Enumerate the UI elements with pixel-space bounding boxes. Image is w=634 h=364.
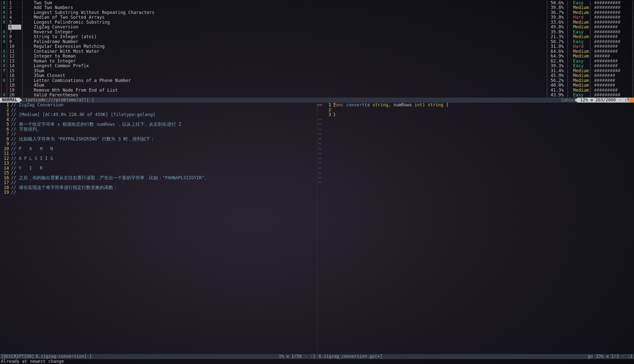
statusline-bottom: [DESCRIPTION] 6.zigzag-conversion[-] 1% … — [0, 354, 634, 359]
acceptance-rate: 35.0% — [548, 30, 566, 34]
problem-title: Palindrome Number — [24, 39, 546, 44]
acceptance-rate: 39.8% — [548, 5, 566, 10]
frequency-bar: ######### — [591, 44, 631, 49]
frequency-bar: ########## — [591, 68, 631, 74]
problem-row[interactable]: |X| 14| Longest Common Prefix|39.3% | Ea… — [0, 64, 634, 69]
description-line: 3// [Medium] [AC:49.8% 228.4K of 459K] [… — [0, 112, 317, 117]
problem-row[interactable]: |X| 9| Palindrome Number|58.7% | Easy | … — [0, 39, 634, 44]
problem-row[interactable]: |?| 15| 3Sum|31.4% | Medium | ##########… — [0, 68, 634, 74]
problem-number: 8 — [8, 34, 21, 39]
problem-number: 14 — [8, 64, 21, 68]
frequency-bar: ######### — [591, 64, 631, 68]
problem-title: 3Sum Closest — [24, 73, 546, 78]
acceptance-rate: 36.7% — [548, 10, 566, 15]
problem-title: Reverse Integer — [24, 30, 546, 34]
empty-line-tilde: ~ — [317, 156, 634, 161]
frequency-bar: ######## — [591, 73, 631, 78]
frequency-bar: ######## — [591, 83, 631, 88]
empty-line-tilde: ~ — [317, 137, 634, 142]
difficulty: Medium — [569, 83, 589, 88]
problem-row[interactable]: |X| 7| Reverse Integer|35.0% | Easy | ##… — [0, 30, 634, 34]
status-mark: X — [3, 5, 6, 10]
problem-row[interactable]: | | 10| Regular Expression Matching|31.0… — [0, 44, 634, 49]
code-line[interactable]: >>1func convert(s string, numRows int) s… — [317, 102, 634, 108]
problem-row[interactable]: |X| 13| Roman to Integer|62.4% | Easy | … — [0, 59, 634, 64]
frequency-bar: ########## — [591, 5, 631, 10]
problem-row[interactable]: |X| 4| Median of Two Sorted Arrays|39.8%… — [0, 15, 634, 20]
buffer-name: leetcode:///problems/all[-] — [19, 98, 94, 102]
frequency-bar: ########## — [591, 15, 631, 20]
description-pane[interactable]: 1// ZigZag Conversion2//3// [Medium] [AC… — [0, 102, 317, 354]
status-mark — [3, 73, 6, 78]
command-line[interactable]: Already at newest change — [0, 359, 634, 364]
problem-title: Letter Combinations of a Phone Number — [24, 78, 546, 83]
problem-title: Valid Parentheses — [24, 92, 546, 98]
description-line: 6// 字形排列。 — [0, 127, 317, 132]
difficulty: Hard — [569, 44, 589, 49]
problem-row[interactable]: |X| 5| Longest Palindromic Substring|33.… — [0, 20, 634, 25]
code-line[interactable]: 3} — [317, 112, 634, 117]
acceptance-rate: 50.6% — [548, 0, 566, 6]
description-line: 1// ZigZag Conversion — [0, 102, 317, 108]
acceptance-rate: 39.3% — [548, 64, 566, 68]
problem-row[interactable]: |X| 3| Longest Substring Without Repeati… — [0, 10, 634, 15]
problem-list[interactable]: |X| 1| Two Sum|50.6% | Easy | ##########… — [0, 0, 634, 98]
description-line: 5// 将一个给定字符串 s 根据给定的行数 numRows ，以从上往下、从左… — [0, 122, 317, 127]
status-mark — [3, 44, 6, 49]
difficulty: Medium — [569, 78, 589, 83]
problem-title: Roman to Integer — [24, 59, 546, 64]
acceptance-rate: 31.0% — [548, 44, 566, 49]
empty-line-tilde: ~ — [317, 180, 634, 185]
pane-position: 1% ≡ 1/58 ␊ :1 — [279, 354, 317, 359]
pane-file: 6.zigzag-conversion[-] — [34, 354, 92, 359]
problem-row[interactable]: | | 6| ZigZag Conversion|49.8% | Medium … — [0, 25, 634, 30]
empty-line-tilde: ~ — [317, 166, 634, 171]
acceptance-rate: 40.0% — [548, 83, 566, 88]
pane-filetype: go — [588, 354, 596, 359]
frequency-bar: ########## — [591, 39, 631, 44]
difficulty: Medium — [569, 54, 589, 59]
difficulty: Medium — [569, 68, 589, 74]
acceptance-rate: 41.3% — [548, 88, 566, 93]
description-line: 12// A P L S I I G — [0, 156, 317, 161]
problem-title: ZigZag Conversion — [24, 25, 546, 30]
mode-indicator: NORMAL — [0, 98, 19, 102]
status-mark: X — [3, 20, 6, 25]
empty-line-tilde: ~ — [317, 176, 634, 180]
problem-row[interactable]: | | 18| 4Sum|40.0% | Medium | ######## | — [0, 83, 634, 88]
description-line: 7// — [0, 132, 317, 137]
difficulty: Medium — [569, 88, 589, 93]
frequency-bar: ########## — [591, 20, 631, 25]
status-mark: X — [3, 78, 6, 83]
problem-title: Two Sum — [24, 0, 546, 6]
frequency-bar: ######### — [591, 88, 631, 93]
problem-title: Median of Two Sorted Arrays — [24, 15, 546, 20]
problem-number: 20 — [8, 92, 21, 98]
code-line[interactable]: 2 — [317, 108, 634, 112]
problem-title: Regular Expression Matching — [24, 44, 546, 49]
status-mark: X — [3, 39, 6, 44]
problem-row[interactable]: |X| 12| Integer to Roman|64.9% | Medium … — [0, 54, 634, 59]
empty-line-tilde: ~ — [317, 127, 634, 132]
sign-column — [317, 108, 322, 112]
problem-row[interactable]: |X| 8| String to Integer (atoi)|21.3% | … — [0, 34, 634, 40]
acceptance-rate: 31.4% — [548, 68, 566, 74]
problem-number: 18 — [8, 83, 21, 88]
difficulty: Easy — [569, 30, 589, 34]
problem-row[interactable]: |X| 17| Letter Combinations of a Phone N… — [0, 78, 634, 83]
statusline-top: NORMAL leetcode:///problems/all[-] [unix… — [0, 98, 634, 102]
problem-row[interactable]: | | 19| Remove Nth Node From End of List… — [0, 88, 634, 93]
difficulty: Medium — [569, 5, 589, 10]
difficulty: Medium — [569, 25, 589, 30]
problem-row[interactable]: |X| 1| Two Sum|50.6% | Easy | ##########… — [0, 0, 634, 6]
problem-row[interactable]: |X| 20| Valid Parentheses|43.9% | Easy |… — [0, 93, 634, 98]
empty-line-tilde: ~ — [317, 146, 634, 152]
code-pane[interactable]: >>1func convert(s string, numRows int) s… — [317, 102, 634, 354]
problem-title: Longest Common Prefix — [24, 64, 546, 68]
statusline-endcap — [630, 98, 634, 102]
status-mark: X — [3, 92, 6, 98]
cursor-position: 263/2060 ␊ :5 — [595, 98, 630, 102]
problem-row[interactable]: |X| 11| Container With Most Water|64.6% … — [0, 49, 634, 54]
problem-row[interactable]: |X| 2| Add Two Numbers|39.8% | Medium | … — [0, 6, 634, 10]
problem-row[interactable]: | | 16| 3Sum Closest|45.9% | Medium | ##… — [0, 74, 634, 78]
